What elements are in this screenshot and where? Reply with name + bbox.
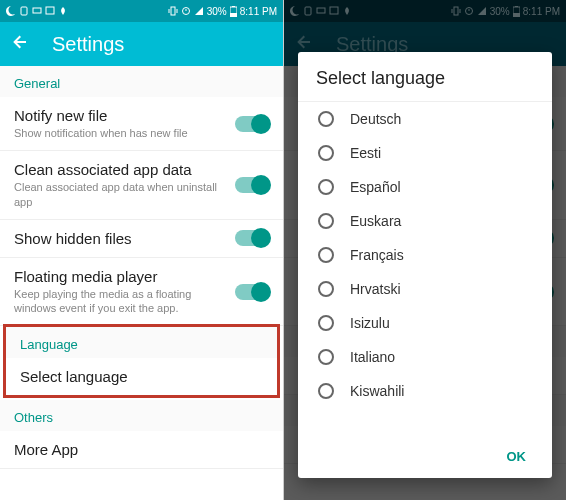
hidden-toggle[interactable] [235,230,269,246]
lang-label: Euskara [350,213,401,229]
radio-icon [318,281,334,297]
lang-label: Kiswahili [350,383,404,399]
back-icon[interactable] [12,33,30,56]
notify-toggle[interactable] [235,116,269,132]
floating-title: Floating media player [14,268,225,285]
lang-option-hrvatski[interactable]: Hrvatski [298,272,552,306]
lang-label: Français [350,247,404,263]
lang-option-kiswahili[interactable]: Kiswahili [298,374,552,408]
svg-rect-1 [33,8,41,13]
screen-icon [32,6,42,16]
radio-icon [318,383,334,399]
row-floating-player[interactable]: Floating media player Keep playing the m… [0,258,283,327]
vibrate-icon [168,6,178,16]
highlight-language-section: Language Select language [3,324,280,398]
battery-text: 30% [207,6,227,17]
section-general: General [0,66,283,97]
screen-settings: 30% 8:11 PM Settings General Notify new … [0,0,283,500]
radio-icon [318,145,334,161]
row-select-language[interactable]: Select language [6,358,277,395]
row-more-app[interactable]: More App [0,431,283,469]
ok-button[interactable]: OK [497,443,537,470]
lang-option-eesti[interactable]: Eesti [298,136,552,170]
language-dialog: Select language Deutsch Eesti Español Eu… [298,52,552,478]
selectlang-title: Select language [20,368,263,385]
radio-icon [318,349,334,365]
dialog-title: Select language [298,52,552,102]
lang-label: Español [350,179,401,195]
radio-icon [318,179,334,195]
battery-icon [230,6,237,17]
radio-icon [318,213,334,229]
row-notify-new-file[interactable]: Notify new file Show notification when h… [0,97,283,151]
lang-label: Deutsch [350,111,401,127]
moreapp-title: More App [14,441,269,458]
phone-icon [19,6,29,16]
lang-option-deutsch[interactable]: Deutsch [298,102,552,136]
radio-icon [318,111,334,127]
row-show-hidden[interactable]: Show hidden files [0,220,283,258]
section-others: Others [0,400,283,431]
clean-title: Clean associated app data [14,161,225,178]
svg-rect-0 [21,7,27,15]
cast-icon [45,6,55,16]
lang-option-italiano[interactable]: Italiano [298,340,552,374]
radio-icon [318,247,334,263]
floating-toggle[interactable] [235,284,269,300]
clean-sub: Clean associated app data when uninstall… [14,180,225,209]
status-bar: 30% 8:11 PM [0,0,283,22]
signal-icon [194,6,204,16]
lang-option-francais[interactable]: Français [298,238,552,272]
lang-label: Eesti [350,145,381,161]
svg-rect-2 [46,7,54,14]
lang-label: Italiano [350,349,395,365]
notify-sub: Show notification when has new file [14,126,225,140]
flame-icon [58,6,68,16]
screen-language-dialog: 30% 8:11 PM Settings General Notify new … [283,0,566,500]
settings-content: General Notify new file Show notificatio… [0,66,283,500]
moon-icon [6,6,16,16]
lang-option-espanol[interactable]: Español [298,170,552,204]
app-bar: Settings [0,22,283,66]
row-clean-app-data[interactable]: Clean associated app data Clean associat… [0,151,283,220]
language-list[interactable]: Deutsch Eesti Español Euskara Français H… [298,102,552,435]
page-title: Settings [52,33,124,56]
svg-rect-10 [232,6,235,7]
dialog-actions: OK [298,435,552,478]
section-language: Language [6,327,277,358]
lang-option-euskara[interactable]: Euskara [298,204,552,238]
clean-toggle[interactable] [235,177,269,193]
lang-option-isizulu[interactable]: Isizulu [298,306,552,340]
svg-rect-9 [230,13,237,17]
floating-sub: Keep playing the media as a floating win… [14,287,225,316]
time-text: 8:11 PM [240,6,277,17]
radio-icon [318,315,334,331]
svg-rect-3 [171,7,175,15]
alarm-icon [181,6,191,16]
notify-title: Notify new file [14,107,225,124]
lang-label: Isizulu [350,315,390,331]
lang-label: Hrvatski [350,281,401,297]
hidden-title: Show hidden files [14,230,225,247]
